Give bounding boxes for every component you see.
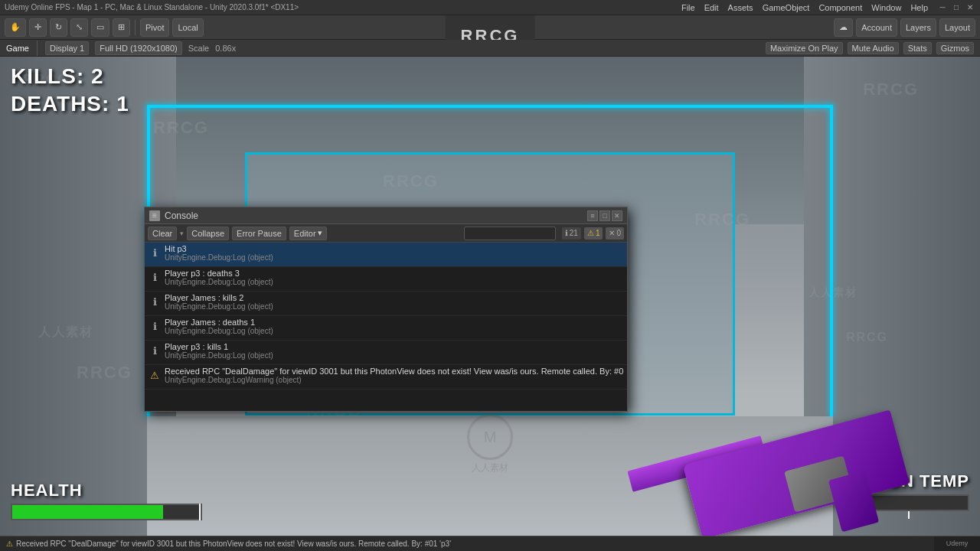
weapon-temp-tick-row: [847, 511, 969, 520]
log-text: Received RPC "DealDamage" for viewID 300…: [165, 367, 624, 384]
log-entry[interactable]: ℹPlayer p3 : deaths 3UnityEngine.Debug:L…: [145, 267, 627, 292]
info-log-icon: ℹ: [148, 246, 162, 259]
hud-weapon-temp: WEAPON TEMP: [834, 471, 969, 520]
hud-health: HEALTH: [11, 481, 202, 520]
log-main-text: Received RPC "DealDamage" for viewID 300…: [165, 367, 624, 376]
weapon-temp-label: WEAPON TEMP: [834, 471, 969, 491]
error-count-badge[interactable]: ✕ 0: [606, 227, 624, 240]
info-count: 21: [570, 229, 578, 237]
cyan-trim-top: [147, 105, 833, 108]
menu-window[interactable]: Window: [871, 3, 901, 12]
log-entry[interactable]: ℹPlayer James : kills 2UnityEngine.Debug…: [145, 292, 627, 316]
error-pause-button[interactable]: Error Pause: [232, 227, 286, 240]
game-bar-right: Maximize On Play Mute Audio Stats Gizmos: [766, 42, 974, 54]
clear-arrow[interactable]: ▾: [180, 230, 184, 237]
console-float-button[interactable]: □: [599, 210, 610, 221]
menu-file[interactable]: File: [681, 3, 695, 12]
info-log-icon: ℹ: [148, 344, 162, 357]
log-entry[interactable]: ℹHit p3UnityEngine.Debug:Log (object): [145, 243, 627, 267]
rotate-tool[interactable]: ↻: [50, 18, 67, 37]
menu-bar: Udemy Online FPS - Map 1 - PC, Mac & Lin…: [0, 0, 980, 15]
menu-component[interactable]: Component: [818, 3, 862, 12]
log-text: Player p3 : deaths 3UnityEngine.Debug:Lo…: [165, 269, 624, 286]
menu-assets[interactable]: Assets: [728, 3, 753, 12]
console-search-input[interactable]: [464, 227, 556, 240]
floor: [147, 416, 833, 536]
console-toolbar: Clear ▾ Collapse Error Pause Editor ▾ ℹ …: [145, 224, 627, 243]
window-title: Udemy Online FPS - Map 1 - PC, Mac & Lin…: [5, 3, 672, 11]
log-entry[interactable]: ℹPlayer James : deaths 1UnityEngine.Debu…: [145, 316, 627, 341]
console-close-button[interactable]: ✕: [612, 210, 622, 221]
warn-icon: ⚠: [587, 229, 594, 237]
log-main-text: Hit p3: [165, 244, 624, 253]
editor-button[interactable]: Editor ▾: [289, 227, 327, 240]
info-log-icon: ℹ: [148, 270, 162, 284]
warn-log-icon: ⚠: [148, 368, 162, 382]
info-count-badge[interactable]: ℹ 21: [562, 227, 581, 240]
weapon-temp-bar: [847, 494, 969, 511]
info-log-icon: ℹ: [148, 319, 162, 333]
hud-kills: KILLS: 2: [11, 64, 129, 89]
cyan-trim-right: [830, 105, 833, 416]
mute-audio-button[interactable]: Mute Audio: [848, 42, 899, 54]
stats-button[interactable]: Stats: [903, 42, 932, 54]
layers-button[interactable]: Layers: [900, 18, 936, 37]
separator-1: [135, 20, 136, 35]
log-sub-text: UnityEngine.Debug:Log (object): [165, 302, 624, 311]
move-tool[interactable]: ✛: [29, 18, 47, 37]
log-main-text: Player p3 : kills 1: [165, 342, 624, 351]
game-bar: Game Display 1 Full HD (1920x1080) Scale…: [0, 40, 980, 57]
console-log[interactable]: ℹHit p3UnityEngine.Debug:Log (object)ℹPl…: [145, 243, 627, 411]
maximize-button[interactable]: □: [951, 2, 962, 13]
log-text: Player p3 : kills 1UnityEngine.Debug:Log…: [165, 342, 624, 360]
rect-tool[interactable]: ▭: [91, 18, 109, 37]
account-button[interactable]: Account: [856, 18, 897, 37]
status-warn-icon: ⚠: [6, 540, 13, 548]
transform-tool[interactable]: ⊞: [113, 18, 130, 37]
console-window-buttons: ≡ □ ✕: [587, 210, 622, 221]
status-bar: ⚠ Received RPC "DealDamage" for viewID 3…: [0, 536, 980, 551]
log-entry[interactable]: ⚠Received RPC "DealDamage" for viewID 30…: [145, 365, 627, 390]
maximize-on-play-button[interactable]: Maximize On Play: [766, 42, 843, 54]
log-text: Hit p3UnityEngine.Debug:Log (object): [165, 244, 624, 262]
display-selector[interactable]: Display 1: [45, 41, 89, 55]
game-tab[interactable]: Game: [6, 44, 29, 53]
resolution-selector[interactable]: Full HD (1920x1080): [95, 41, 182, 55]
layout-button[interactable]: Layout: [939, 18, 975, 37]
collab-button[interactable]: ☁: [834, 18, 853, 37]
log-text: Player James : deaths 1UnityEngine.Debug…: [165, 318, 624, 335]
pivot-button[interactable]: Pivot: [140, 18, 169, 37]
gizmos-button[interactable]: Gizmos: [936, 42, 974, 54]
health-bar-fill: [12, 505, 163, 519]
console-menu-button[interactable]: ≡: [587, 210, 598, 221]
minimize-button[interactable]: ─: [937, 2, 948, 13]
status-message: Received RPC "DealDamage" for viewID 300…: [16, 540, 451, 548]
log-sub-text: UnityEngine.Debug:LogWarning (object): [165, 376, 624, 384]
game-viewport: RRCG RRCG RRCG RRCG RRCG RRCG RRCG RRCG …: [0, 57, 980, 536]
local-button[interactable]: Local: [172, 18, 203, 37]
hand-tool[interactable]: ✋: [5, 18, 26, 37]
log-main-text: Player James : deaths 1: [165, 318, 624, 327]
clear-button[interactable]: Clear: [148, 227, 177, 240]
warn-count: 1: [596, 229, 600, 237]
console-window: ≡ Console ≡ □ ✕ Clear ▾ Collapse Error P…: [144, 207, 628, 412]
menu-edit[interactable]: Edit: [704, 3, 719, 12]
menu-gameobject[interactable]: GameObject: [763, 3, 810, 12]
scale-label: Scale: [188, 44, 210, 53]
error-count: 0: [616, 229, 621, 237]
console-counts: ℹ 21 ⚠ 1 ✕ 0: [562, 227, 624, 240]
collapse-button[interactable]: Collapse: [187, 227, 229, 240]
close-button[interactable]: ✕: [965, 2, 975, 13]
menu-help[interactable]: Help: [910, 3, 928, 12]
health-label: HEALTH: [11, 481, 202, 500]
scale-tool[interactable]: ⤡: [70, 18, 88, 37]
info-log-icon: ℹ: [148, 295, 162, 308]
log-sub-text: UnityEngine.Debug:Log (object): [165, 351, 624, 360]
log-sub-text: UnityEngine.Debug:Log (object): [165, 253, 624, 262]
console-title: Console: [165, 210, 583, 221]
warn-count-badge[interactable]: ⚠ 1: [584, 227, 603, 240]
error-icon: ✕: [609, 229, 615, 237]
scale-value: 0.86x: [215, 44, 236, 53]
log-entry[interactable]: ℹPlayer p3 : kills 1UnityEngine.Debug:Lo…: [145, 341, 627, 365]
log-sub-text: UnityEngine.Debug:Log (object): [165, 278, 624, 286]
